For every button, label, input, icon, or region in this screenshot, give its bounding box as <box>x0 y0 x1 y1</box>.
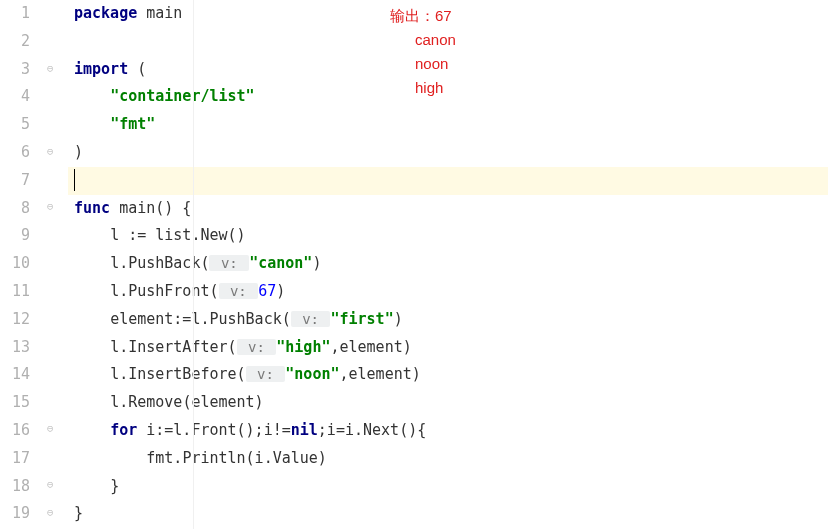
code-line[interactable]: } <box>68 473 828 501</box>
code-editor[interactable]: 1 2 3 4 5 6 7 8 9 10 11 12 13 14 15 16 1… <box>0 0 828 529</box>
gutter: 1 2 3 4 5 6 7 8 9 10 11 12 13 14 15 16 1… <box>0 0 38 529</box>
line-number: 6 <box>0 139 30 167</box>
annotation-value: canon <box>415 31 456 48</box>
code-line[interactable]: l.InsertBefore( v: "noon",element) <box>68 361 828 389</box>
code-line[interactable]: fmt.Println(i.Value) <box>68 445 828 473</box>
line-number: 13 <box>0 334 30 362</box>
code-line[interactable]: l.Remove(element) <box>68 389 828 417</box>
fold-marker-icon[interactable]: ⊖ <box>47 422 54 435</box>
annotation-value: noon <box>415 55 448 72</box>
fold-marker-icon[interactable]: ⊖ <box>47 145 54 158</box>
indent-guide <box>193 0 194 529</box>
line-number: 10 <box>0 250 30 278</box>
param-hint: v: <box>246 366 286 382</box>
line-number: 7 <box>0 167 30 195</box>
param-hint: v: <box>291 311 331 327</box>
line-number: 11 <box>0 278 30 306</box>
line-number: 1 <box>0 0 30 28</box>
line-number: 14 <box>0 361 30 389</box>
annotation-label: 输出： <box>390 7 435 24</box>
code-line-current[interactable] <box>68 167 828 195</box>
annotation-value: high <box>415 79 443 96</box>
code-line[interactable]: func main() { <box>68 195 828 223</box>
param-hint: v: <box>219 283 259 299</box>
fold-marker-icon[interactable]: ⊖ <box>47 200 54 213</box>
line-number: 2 <box>0 28 30 56</box>
code-line[interactable]: "fmt" <box>68 111 828 139</box>
param-hint: v: <box>209 255 249 271</box>
line-number: 4 <box>0 83 30 111</box>
fold-marker-icon[interactable]: ⊖ <box>47 506 54 519</box>
folding-gutter: ⊖ ⊖ ⊖ ⊖ ⊖ ⊖ <box>38 0 68 529</box>
code-line[interactable]: ) <box>68 139 828 167</box>
code-line[interactable]: l.PushBack( v: "canon") <box>68 250 828 278</box>
code-line[interactable]: for i:=l.Front();i!=nil;i=i.Next(){ <box>68 417 828 445</box>
code-line[interactable]: element:=l.PushBack( v: "first") <box>68 306 828 334</box>
line-number: 3 <box>0 56 30 84</box>
fold-marker-icon[interactable]: ⊖ <box>47 62 54 75</box>
line-number: 18 <box>0 473 30 501</box>
line-number: 15 <box>0 389 30 417</box>
text-caret <box>74 169 75 191</box>
output-annotation: 输出：67 canon noon high <box>390 4 456 100</box>
code-line[interactable]: } <box>68 500 828 528</box>
code-line[interactable]: l.InsertAfter( v: "high",element) <box>68 334 828 362</box>
annotation-value: 67 <box>435 7 452 24</box>
line-number: 8 <box>0 195 30 223</box>
code-line[interactable]: l.PushFront( v: 67) <box>68 278 828 306</box>
line-number: 19 <box>0 500 30 528</box>
code-line[interactable]: l := list.New() <box>68 222 828 250</box>
param-hint: v: <box>237 339 277 355</box>
line-number: 5 <box>0 111 30 139</box>
line-number: 9 <box>0 222 30 250</box>
line-number: 12 <box>0 306 30 334</box>
line-number: 16 <box>0 417 30 445</box>
fold-marker-icon[interactable]: ⊖ <box>47 478 54 491</box>
line-number: 17 <box>0 445 30 473</box>
